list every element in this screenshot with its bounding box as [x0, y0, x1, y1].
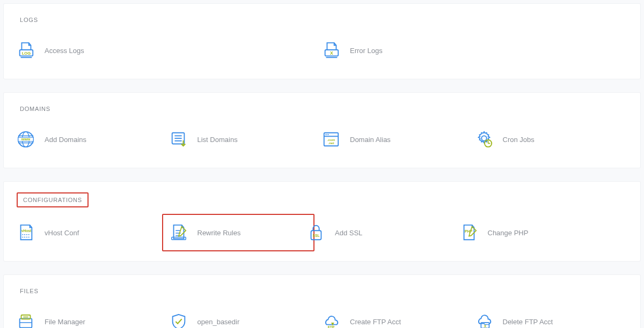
section-domains: DOMAINS www Add Domains: [3, 92, 641, 168]
item-label: Change PHP: [488, 229, 529, 237]
error-log-file-icon: X: [322, 41, 340, 59]
browser-domain-icon: .com .net: [322, 130, 340, 148]
svg-text:X: X: [330, 50, 333, 56]
item-domain-alias[interactable]: .com .net Domain Alias: [322, 127, 475, 152]
section-logs: LOGS LOG Access Logs X: [3, 3, 641, 79]
item-label: open_basedir: [197, 318, 240, 326]
section-configurations: CONFIGURATIONS vHost vHost Conf: [3, 181, 641, 262]
item-label: Delete FTP Acct: [503, 318, 553, 326]
section-title-logs: LOGS: [17, 14, 41, 25]
svg-point-19: [327, 134, 328, 135]
section-title-domains: DOMAINS: [17, 103, 54, 114]
item-open-basedir[interactable]: open_basedir: [170, 309, 323, 328]
item-label: vHost Conf: [45, 229, 79, 237]
item-file-manager[interactable]: File Manager: [17, 309, 170, 328]
svg-text:LOG: LOG: [22, 51, 31, 56]
log-file-icon: LOG: [17, 41, 35, 59]
item-add-domains[interactable]: www Add Domains: [17, 127, 170, 152]
item-label: Add Domains: [45, 136, 86, 144]
svg-rect-36: [20, 318, 32, 327]
globe-www-icon: www: [17, 130, 35, 148]
folder-drawer-icon: [17, 312, 35, 328]
svg-text:www: www: [21, 137, 31, 141]
item-vhost-conf[interactable]: vHost vHost Conf: [17, 220, 170, 245]
item-delete-ftp-acct[interactable]: X Delete FTP Acct: [475, 309, 628, 328]
item-list-domains[interactable]: List Domains: [170, 127, 323, 152]
svg-text:vHost: vHost: [21, 229, 32, 233]
svg-point-18: [325, 134, 326, 135]
item-error-logs[interactable]: X Error Logs: [322, 38, 627, 63]
item-label: Access Logs: [45, 47, 84, 55]
edit-file-icon: [170, 223, 188, 242]
item-rewrite-rules[interactable]: Rewrite Rules: [162, 214, 315, 251]
item-label: List Domains: [197, 136, 238, 144]
item-label: Add SSL: [335, 229, 362, 237]
item-change-php[interactable]: PHP Change PHP: [460, 220, 613, 245]
vhost-file-icon: vHost: [17, 223, 35, 242]
item-label: Domain Alias: [350, 136, 391, 144]
shield-check-icon: [170, 312, 188, 328]
php-file-edit-icon: PHP: [460, 223, 478, 242]
item-label: Error Logs: [350, 47, 383, 55]
item-label: Cron Jobs: [503, 136, 535, 144]
gear-clock-icon: [475, 130, 493, 148]
svg-text:.net: .net: [328, 141, 334, 145]
item-label: Rewrite Rules: [197, 229, 241, 237]
item-access-logs[interactable]: LOG Access Logs: [17, 38, 322, 63]
section-title-files: FILES: [17, 286, 42, 296]
ssl-lock-icon: SSL: [307, 223, 325, 242]
svg-text:X: X: [484, 324, 486, 328]
item-add-ssl[interactable]: SSL Add SSL: [307, 220, 460, 245]
item-label: Create FTP Acct: [350, 318, 401, 326]
svg-text:FTP: FTP: [328, 325, 335, 328]
svg-text:SSL: SSL: [313, 234, 320, 237]
section-title-configurations: CONFIGURATIONS: [17, 192, 89, 207]
section-files: FILES File Manager open_basedir: [3, 274, 641, 328]
item-cron-jobs[interactable]: Cron Jobs: [475, 127, 628, 152]
item-create-ftp-acct[interactable]: FTP Create FTP Acct: [322, 309, 475, 328]
item-label: File Manager: [45, 318, 85, 326]
cloud-ftp-download-icon: FTP: [322, 312, 340, 328]
cloud-folder-delete-icon: X: [475, 312, 493, 328]
list-download-icon: [170, 130, 188, 148]
